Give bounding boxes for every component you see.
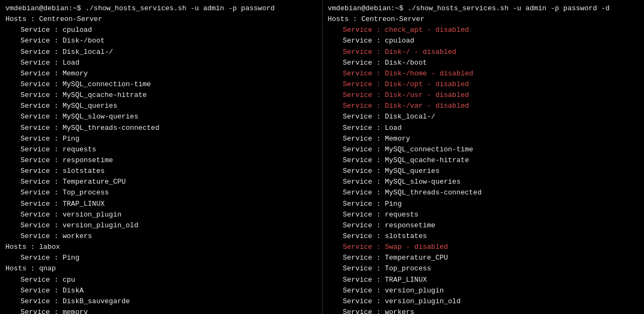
- service-line: Service : workers: [5, 231, 317, 242]
- service-line-disabled: Service : Disk-/var - disabled: [328, 101, 639, 111]
- service-line: Service : slotstates: [5, 166, 317, 177]
- service-line: Service : MySQL_slow-queries: [328, 177, 639, 187]
- service-line: Service : Disk_local-/: [5, 47, 317, 58]
- service-line: Service : version_plugin_old: [5, 220, 317, 231]
- service-line-disabled: Service : Disk-/opt - disabled: [328, 79, 639, 90]
- service-line: Service : slotstates: [328, 231, 639, 242]
- service-line: Service : MySQL_slow-queries: [5, 111, 317, 122]
- service-line: Service : cpu: [5, 275, 317, 285]
- service-line: Service : Load: [328, 123, 639, 134]
- service-line: Service : Disk_local-/: [328, 111, 639, 122]
- service-line: Service : MySQL_qcache-hitrate: [328, 155, 639, 166]
- service-line: Service : memory: [5, 307, 317, 314]
- service-line: Service : Memory: [5, 68, 317, 79]
- left-panel: vmdebian@debian:~$ ./show_hosts_services…: [0, 0, 322, 314]
- service-line-disabled: Service : Disk-/home - disabled: [328, 68, 639, 79]
- host-line: Hosts : Centreon-Server: [5, 14, 317, 25]
- service-line: Service : DiskB_sauvegarde: [5, 296, 317, 307]
- host-line: Hosts : labox: [5, 242, 317, 253]
- service-line-disabled: Service : Disk-/ - disabled: [328, 47, 639, 58]
- right-panel: vmdebian@debian:~$ ./show_hosts_services…: [322, 0, 645, 314]
- service-line: Service : MySQL_queries: [328, 166, 639, 177]
- service-line: Service : TRAP_LINUX: [5, 199, 317, 210]
- service-line: Service : MySQL_threads-connected: [5, 123, 317, 134]
- host-line: Hosts : qnap: [5, 263, 317, 274]
- service-line: Service : MySQL_qcache-hitrate: [5, 90, 317, 101]
- service-line: Service : MySQL_connection-time: [5, 79, 317, 90]
- service-line-disabled: Service : Swap - disabled: [328, 242, 639, 253]
- service-line: Service : Load: [5, 58, 317, 68]
- service-line: Service : MySQL_connection-time: [328, 144, 639, 155]
- service-line-disabled: Service : check_apt - disabled: [328, 25, 639, 36]
- service-line: Service : version_plugin: [328, 285, 639, 296]
- service-line: Service : responsetime: [5, 155, 317, 166]
- service-line: Service : requests: [5, 144, 317, 155]
- service-line: Service : MySQL_threads-connected: [328, 187, 639, 198]
- host-line: Hosts : Centreon-Server: [328, 14, 639, 25]
- service-line: Service : DiskA: [5, 285, 317, 296]
- service-line: Service : TRAP_LINUX: [328, 275, 639, 285]
- service-line-disabled: Service : Disk-/usr - disabled: [328, 90, 639, 101]
- service-line: Service : version_plugin: [5, 210, 317, 220]
- service-line: Service : Ping: [5, 253, 317, 263]
- service-line: Service : responsetime: [328, 220, 639, 231]
- service-line: Service : workers: [328, 307, 639, 314]
- service-line: Service : cpuload: [328, 36, 639, 46]
- command-prompt: vmdebian@debian:~$ ./show_hosts_services…: [328, 3, 639, 14]
- service-line: Service : MySQL_queries: [5, 101, 317, 111]
- service-line: Service : version_plugin_old: [328, 296, 639, 307]
- service-line: Service : Memory: [328, 134, 639, 144]
- service-line: Service : Top_process: [5, 187, 317, 198]
- service-line: Service : Ping: [328, 199, 639, 210]
- command-prompt: vmdebian@debian:~$ ./show_hosts_services…: [5, 3, 317, 14]
- service-line: Service : Disk-/boot: [328, 58, 639, 68]
- service-line: Service : Temperature_CPU: [328, 253, 639, 263]
- service-line: Service : Top_process: [328, 263, 639, 274]
- service-line: Service : Temperature_CPU: [5, 177, 317, 187]
- service-line: Service : Disk-/boot: [5, 36, 317, 46]
- service-line: Service : cpuload: [5, 25, 317, 36]
- service-line: Service : requests: [328, 210, 639, 220]
- service-line: Service : Ping: [5, 134, 317, 144]
